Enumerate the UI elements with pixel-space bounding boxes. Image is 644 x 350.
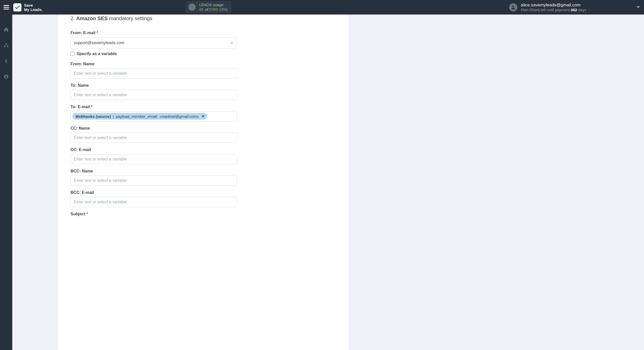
label-to-email: To: E-mail* <box>71 105 237 109</box>
to-name-input[interactable] <box>71 90 237 100</box>
label-to-name: To: Name <box>71 83 237 88</box>
svg-rect-5 <box>7 46 8 47</box>
bcc-email-input[interactable] <box>71 197 237 207</box>
label-bcc-name: BCC: Name <box>71 169 237 173</box>
chevron-down-icon[interactable] <box>636 5 640 10</box>
svg-point-2 <box>512 6 514 7</box>
user-plan: Plan |Start| left until payment 362 days <box>521 8 586 12</box>
sidebar: $ <box>0 15 12 350</box>
sidebar-home[interactable] <box>0 25 12 34</box>
svg-rect-4 <box>4 46 5 47</box>
topbar: Save My Leads. i LEADS usage: 65of2'000(… <box>0 0 644 15</box>
user-menu[interactable]: alice.savemyleads@gmail.com Plan |Start|… <box>509 0 640 15</box>
info-icon: i <box>189 4 196 11</box>
settings-card: 2. Amazon SES mandatory settings From: E… <box>58 15 348 350</box>
from-email-value: support@savemyleads.com <box>74 41 124 45</box>
cc-email-input[interactable] <box>71 154 237 164</box>
usage-label: LEADS usage: <box>199 3 228 7</box>
variable-chip: Webhooks (source) | payload_member_email… <box>72 113 207 120</box>
sidebar-account[interactable] <box>0 72 12 81</box>
usage-numbers: 65of2'000(3%) <box>199 7 228 12</box>
chip-remove-icon[interactable]: ✕ <box>202 114 205 119</box>
label-from-name: From: Name <box>71 62 237 66</box>
logo-text: Save My Leads. <box>24 3 43 12</box>
svg-rect-3 <box>6 43 7 44</box>
bcc-name-input[interactable] <box>71 176 237 186</box>
label-cc-name: CC: Name <box>71 126 237 131</box>
from-email-select[interactable]: support@savemyleads.com <box>71 37 237 48</box>
svg-text:$: $ <box>5 59 7 64</box>
user-email: alice.savemyleads@gmail.com <box>521 3 586 8</box>
specify-variable-label: Specify as a variable <box>77 52 117 56</box>
sidebar-connections[interactable] <box>0 41 12 50</box>
sidebar-billing[interactable]: $ <box>0 56 12 66</box>
avatar-icon <box>509 3 517 11</box>
label-bcc-email: BCC: E-mail <box>71 190 237 195</box>
chevron-down-icon <box>230 41 234 45</box>
cc-name-input[interactable] <box>71 133 237 143</box>
svg-point-8 <box>5 76 7 77</box>
logo[interactable]: Save My Leads. <box>13 3 43 12</box>
from-name-input[interactable] <box>71 68 237 79</box>
specify-variable-checkbox[interactable] <box>71 52 75 56</box>
to-email-input[interactable]: Webhooks (source) | payload_member_email… <box>71 111 237 121</box>
label-from-email: From: E-mail* <box>71 31 237 35</box>
logo-checkmark-icon <box>13 3 21 11</box>
label-cc-email: CC: E-mail <box>71 147 237 152</box>
label-subject: Subject* <box>71 212 237 216</box>
svg-text:i: i <box>192 6 193 8</box>
menu-icon[interactable] <box>4 5 9 9</box>
leads-usage-box[interactable]: i LEADS usage: 65of2'000(3%) <box>186 1 231 13</box>
section-title: 2. Amazon SES mandatory settings <box>71 16 237 26</box>
